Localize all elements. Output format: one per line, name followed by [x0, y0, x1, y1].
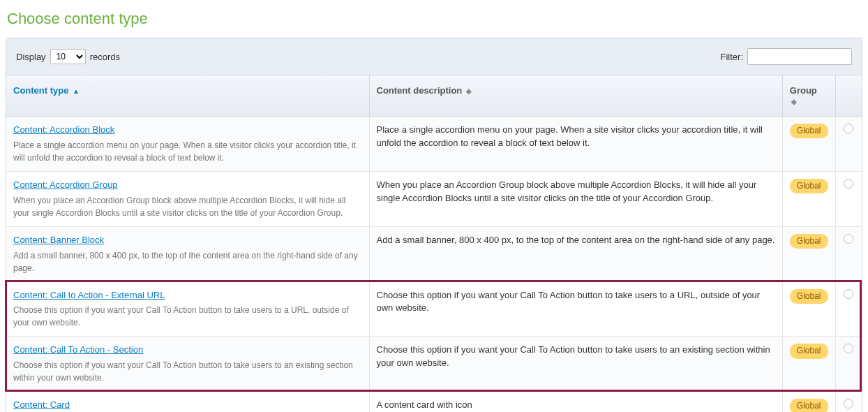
select-radio[interactable]: [844, 179, 853, 189]
filter-label: Filter:: [721, 52, 744, 62]
row-title-link[interactable]: Content: Call To Action - Section: [13, 344, 362, 357]
display-label-pre: Display: [16, 52, 46, 62]
select-radio[interactable]: [844, 399, 853, 409]
group-badge: Global: [790, 289, 828, 304]
row-short-desc: Add a small banner, 800 x 400 px, to the…: [13, 249, 362, 274]
col-header-group-label: Group: [790, 85, 817, 96]
select-radio[interactable]: [844, 124, 853, 133]
group-badge: Global: [790, 124, 828, 138]
row-short-desc: Place a single accordion menu on your pa…: [13, 139, 362, 164]
row-short-desc: Choose this option if you want your Call…: [13, 359, 362, 384]
toolbar: Display 102550100 records Filter:: [6, 38, 862, 75]
row-long-desc: Choose this option if you want your Call…: [369, 337, 782, 392]
col-header-select: [835, 75, 862, 117]
select-radio[interactable]: [844, 344, 853, 353]
row-title-link[interactable]: Content: Banner Block: [13, 234, 362, 247]
display-label-post: records: [90, 52, 120, 62]
col-header-type-label: Content type: [13, 85, 68, 96]
row-title-link[interactable]: Content: Card: [13, 399, 362, 412]
table-row: Content: Call To Action - SectionChoose …: [6, 337, 862, 392]
content-type-panel: Display 102550100 records Filter: Conten…: [6, 38, 862, 412]
table-row: Content: Accordion BlockPlace a single a…: [6, 117, 862, 172]
row-short-desc: When you place an Accordion Group block …: [13, 194, 362, 219]
content-type-table: Content type ▲ Content description ◆ Gro…: [6, 75, 862, 412]
row-title-link[interactable]: Content: Accordion Block: [13, 124, 362, 137]
filter-input[interactable]: [747, 48, 852, 65]
sort-asc-icon: ▲: [73, 87, 80, 95]
select-radio[interactable]: [844, 234, 853, 244]
group-badge: Global: [790, 344, 828, 358]
table-row: Content: Accordion GroupWhen you place a…: [6, 171, 862, 226]
group-badge: Global: [790, 399, 828, 412]
records-select[interactable]: 102550100: [50, 49, 86, 64]
col-header-desc-label: Content description: [377, 85, 463, 96]
row-long-desc: Place a single accordion menu on your pa…: [369, 117, 782, 172]
group-badge: Global: [790, 179, 828, 193]
table-row: Content: CardA content card with iconA c…: [6, 392, 862, 412]
row-long-desc: A content card with icon: [369, 392, 782, 412]
table-row: Content: Banner BlockAdd a small banner,…: [6, 226, 862, 281]
row-long-desc: When you place an Accordion Group block …: [369, 171, 782, 226]
page-title: Choose content type: [7, 10, 862, 28]
col-header-desc[interactable]: Content description ◆: [369, 75, 782, 117]
sort-icon: ◆: [791, 98, 797, 105]
row-short-desc: Choose this option if you want your Call…: [13, 304, 362, 329]
row-title-link[interactable]: Content: Call to Action - External URL: [13, 289, 362, 302]
sort-icon: ◆: [466, 87, 472, 95]
row-long-desc: Choose this option if you want your Call…: [369, 281, 782, 337]
select-radio[interactable]: [844, 289, 853, 299]
row-title-link[interactable]: Content: Accordion Group: [13, 179, 362, 192]
col-header-type[interactable]: Content type ▲: [6, 75, 369, 117]
col-header-group[interactable]: Group ◆: [782, 75, 835, 117]
row-long-desc: Add a small banner, 800 x 400 px, to the…: [369, 226, 782, 281]
table-row: Content: Call to Action - External URLCh…: [6, 281, 862, 337]
group-badge: Global: [790, 234, 828, 249]
